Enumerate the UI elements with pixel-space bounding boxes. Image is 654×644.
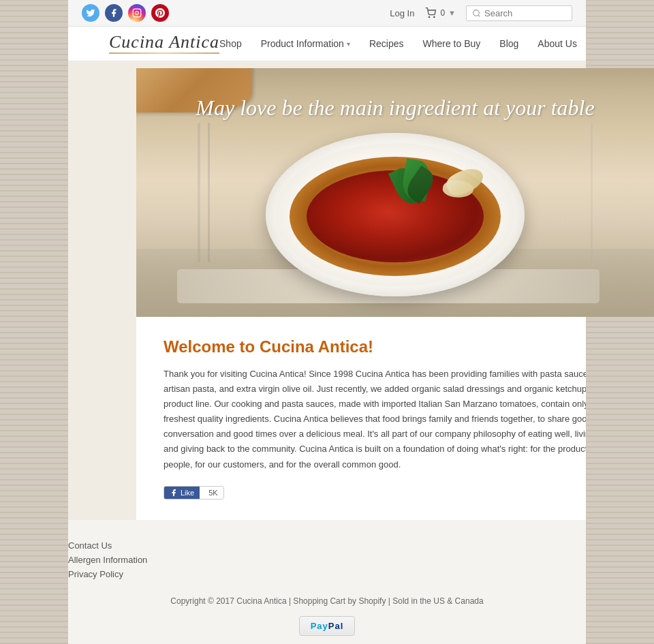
- fb-like-inner: Like: [164, 487, 200, 499]
- footer-privacy-policy[interactable]: Privacy Policy: [68, 569, 586, 579]
- knife-handle: [208, 123, 210, 262]
- social-icons-group: [82, 4, 169, 22]
- right-fork: [591, 123, 593, 262]
- welcome-body: Thank you for visiting Cucina Antica! Si…: [164, 367, 627, 472]
- facebook-like-button[interactable]: Like 5K: [164, 486, 224, 500]
- paypal-label-2: Pal: [328, 621, 344, 631]
- twitter-icon[interactable]: [82, 4, 99, 22]
- cart-expand: ▼: [448, 9, 456, 17]
- content-wrapper: May love be the main ingredient at your …: [68, 61, 586, 520]
- search-icon: [472, 9, 481, 18]
- hero-tagline: May love be the main ingredient at your …: [136, 95, 654, 121]
- nav-shop[interactable]: Shop: [219, 35, 242, 52]
- nav-where-to-buy[interactable]: Where to Buy: [422, 35, 480, 52]
- top-bar: Log In 0 ▼: [68, 0, 586, 27]
- paypal-button[interactable]: PayPal: [299, 616, 356, 636]
- plate-inner: [276, 143, 514, 286]
- nav-blog[interactable]: Blog: [499, 35, 518, 52]
- footer: Contact Us Allergen Information Privacy …: [68, 520, 586, 644]
- svg-line-5: [478, 15, 480, 16]
- page-wrapper: Log In 0 ▼ Cucina Antica Shop: [0, 0, 654, 644]
- hero-section: May love be the main ingredient at your …: [136, 68, 654, 317]
- cart-count: 0: [440, 8, 445, 18]
- main-nav: Shop Product Information ▾ Recipes Where…: [219, 35, 577, 52]
- nav-recipes[interactable]: Recipes: [369, 35, 404, 52]
- chevron-down-icon: ▾: [347, 40, 350, 48]
- footer-contact-us[interactable]: Contact Us: [68, 540, 586, 551]
- center-column: Log In 0 ▼ Cucina Antica Shop: [68, 0, 586, 644]
- logo-underline: [109, 52, 219, 54]
- footer-content: Contact Us Allergen Information Privacy …: [68, 540, 586, 636]
- footer-copyright: Copyright © 2017 Cucina Antica | Shoppin…: [68, 596, 586, 606]
- content-box: May love be the main ingredient at your …: [136, 68, 654, 520]
- paypal-area: PayPal: [68, 616, 586, 636]
- welcome-section: Welcome to Cucina Antica! Thank you for …: [136, 317, 654, 520]
- site-header: Cucina Antica Shop Product Information ▾…: [68, 27, 586, 61]
- welcome-title: Welcome to Cucina Antica!: [164, 337, 627, 356]
- cart-area[interactable]: 0 ▼: [424, 7, 456, 18]
- fb-like-label: Like: [181, 489, 194, 497]
- footer-allergen-information[interactable]: Allergen Information: [68, 555, 586, 565]
- fork-handle: [198, 123, 200, 262]
- svg-point-4: [473, 10, 480, 16]
- svg-point-2: [429, 16, 430, 17]
- facebook-logo-icon: [170, 489, 178, 497]
- pinterest-icon[interactable]: [151, 4, 169, 22]
- paypal-label-1: Pay: [311, 621, 328, 631]
- pasta-base: [290, 157, 501, 276]
- search-box[interactable]: [466, 5, 572, 21]
- search-input[interactable]: [484, 8, 566, 18]
- instagram-icon[interactable]: [128, 4, 146, 22]
- nav-about-us[interactable]: About Us: [538, 35, 577, 52]
- footer-links: Contact Us Allergen Information Privacy …: [68, 540, 586, 579]
- login-link[interactable]: Log In: [390, 8, 414, 18]
- plate-outer: [266, 133, 525, 296]
- top-right-controls: Log In 0 ▼: [390, 5, 572, 21]
- svg-point-3: [434, 16, 435, 17]
- svg-rect-0: [133, 9, 141, 17]
- logo-text: Cucina Antica: [109, 33, 219, 51]
- facebook-icon[interactable]: [105, 4, 123, 22]
- logo[interactable]: Cucina Antica: [109, 33, 219, 54]
- nav-product-information[interactable]: Product Information ▾: [261, 35, 350, 52]
- cart-icon: [424, 7, 437, 18]
- fb-count: 5K: [203, 487, 223, 499]
- side-left-texture: [0, 0, 68, 644]
